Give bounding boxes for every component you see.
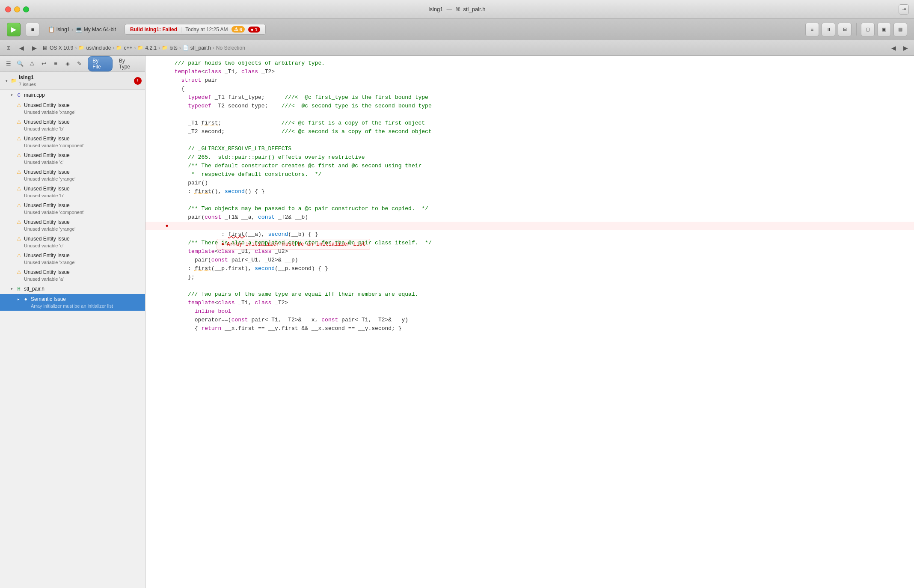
disclosure-ising1[interactable] — [3, 77, 9, 85]
scheme-arrow: › — [71, 26, 73, 33]
issue-semantic[interactable]: ● Semantic Issue Array initializer must … — [0, 294, 145, 311]
breadcrumb-version[interactable]: 📁 4.2.1 — [137, 45, 157, 51]
warning-count: 6 — [240, 27, 242, 32]
issue-b2[interactable]: ⚠ Unused Entity Issue Unused variable 'b… — [0, 184, 145, 200]
navigator-btn[interactable]: ≡ — [805, 23, 819, 36]
view-controls: ≡ ⏸ ⊞ ▢ ▣ ▤ — [805, 23, 907, 36]
nav-grid-btn[interactable]: ⊞ — [3, 43, 14, 53]
line-2: template<class _T1, class _T2> — [171, 68, 914, 76]
nav-back-btn[interactable]: ◀ — [16, 43, 27, 53]
breadcrumb-file[interactable]: 📄 stl_pair.h — [183, 45, 211, 51]
warning-icon-5: ⚠ — [15, 168, 22, 176]
build-status: Build ising1: Failed | Today at 12:25 AM… — [125, 24, 265, 35]
sidebar-icon-btn6[interactable]: ◈ — [62, 59, 73, 69]
nav-prev-issue[interactable]: ◀ — [888, 43, 899, 53]
disclosure-main-cpp[interactable] — [9, 91, 15, 99]
code-line-14: * respective default constructors. */ — [145, 170, 914, 179]
assistant-btn[interactable]: ⊞ — [838, 23, 852, 36]
gutter-5 — [145, 93, 163, 102]
issue-content-2: Unused Entity Issue Unused variable 'b' — [24, 118, 142, 132]
issue-content-6: Unused Entity Issue Unused variable 'b' — [24, 185, 142, 199]
line-27 — [171, 282, 914, 290]
breadcrumb-usr[interactable]: 📁 usr/include — [78, 45, 111, 51]
minimize-button[interactable] — [14, 6, 20, 12]
sep3: › — [134, 45, 136, 51]
play-button[interactable]: ▶ — [7, 23, 21, 36]
issue-xrange1[interactable]: ⚠ Unused Entity Issue Unused variable 'x… — [0, 100, 145, 117]
line-14: * respective default constructors. */ — [171, 170, 914, 179]
issue-c2[interactable]: ⚠ Unused Entity Issue Unused variable 'c… — [0, 234, 145, 250]
disclosure-stl-pair[interactable] — [9, 285, 15, 293]
sidebar-icon-btn5[interactable]: ≡ — [50, 59, 61, 69]
marker-25 — [163, 264, 171, 273]
file-main-cpp[interactable]: C main.cpp — [0, 90, 145, 100]
code-line-12: // 265. std::pair::pair() effects overly… — [145, 153, 914, 162]
sidebar-icon-btn4[interactable]: ↩ — [39, 59, 49, 69]
breadcrumb-os[interactable]: 🖥 OS X 10.9 — [42, 45, 73, 51]
sidebar-icon-btn2[interactable]: 🔍 — [15, 59, 26, 69]
layout-btn3[interactable]: ▤ — [893, 23, 907, 36]
marker-29 — [163, 299, 171, 307]
breadcrumb-bits[interactable]: 📁 bits — [162, 45, 178, 51]
close-button[interactable] — [5, 6, 11, 12]
sidebar-icon-btn1[interactable]: ☰ — [3, 59, 14, 69]
code-line-8: _T1 first; ///< @c first is a copy of th… — [145, 119, 914, 128]
code-area[interactable]: /// pair holds two objects of arbitrary … — [145, 56, 914, 588]
issue-c1[interactable]: ⚠ Unused Entity Issue Unused variable 'c… — [0, 150, 145, 167]
sidebar-icon-btn3[interactable]: ⚠ — [27, 59, 37, 69]
marker-12 — [163, 153, 171, 162]
gutter-19 — [145, 213, 163, 222]
layout-btn1[interactable]: ▢ — [861, 23, 875, 36]
gutter-15 — [145, 179, 163, 187]
issue-a[interactable]: ⚠ Unused Entity Issue Unused variable 'a… — [0, 267, 145, 284]
line-24: pair(const pair<_U1, _U2>& __p) — [171, 256, 914, 264]
comment-3: ///< @c second_type is the second bound … — [282, 103, 432, 109]
line-28: /// Two pairs of the same type are equal… — [171, 290, 914, 299]
issue-component1[interactable]: ⚠ Unused Entity Issue Unused variable 'c… — [0, 134, 145, 150]
kw-typedef2: typedef — [188, 103, 211, 109]
warning-icon-6: ⚠ — [15, 185, 22, 193]
sidebar-icon-btn7[interactable]: ✎ — [74, 59, 85, 69]
line-7 — [171, 110, 914, 119]
code-line-30: inline bool — [145, 307, 914, 316]
issue-yrange1[interactable]: ⚠ Unused Entity Issue Unused variable 'y… — [0, 167, 145, 184]
filter-tab-by-type[interactable]: By Type — [114, 56, 142, 71]
code-line-28: /// Two pairs of the same type are equal… — [145, 290, 914, 299]
issue-b1[interactable]: ⚠ Unused Entity Issue Unused variable 'b… — [0, 117, 145, 134]
issue-desc-1: Unused variable 'xrange' — [24, 109, 142, 116]
marker-24 — [163, 256, 171, 264]
issue-xrange2[interactable]: ⚠ Unused Entity Issue Unused variable 'x… — [0, 250, 145, 267]
line-8: _T1 first; ///< @c first is a copy of th… — [171, 119, 914, 128]
nav-forward-btn[interactable]: ▶ — [29, 43, 39, 53]
breadcrumb-selection[interactable]: No Selection — [216, 45, 245, 51]
traffic-lights — [5, 6, 29, 12]
stop-button[interactable]: ■ — [26, 23, 39, 36]
expand-button[interactable]: ⇥ — [899, 4, 909, 15]
os-icon: 🖥 — [42, 45, 48, 51]
code-line-27 — [145, 282, 914, 290]
kw-return: return — [201, 325, 221, 332]
line-6: typedef _T2 second_type; ///< @c second_… — [171, 102, 914, 110]
issue-component2[interactable]: ⚠ Unused Entity Issue Unused variable 'c… — [0, 200, 145, 217]
code-line-16: : first(), second() { } — [145, 187, 914, 196]
breadcrumb-cpp[interactable]: 📁 c++ — [116, 45, 132, 51]
gutter-25 — [145, 264, 163, 273]
disclosure-semantic[interactable] — [15, 295, 21, 303]
layout-btn2[interactable]: ▣ — [877, 23, 891, 36]
file-stl-pair[interactable]: H stl_pair.h — [0, 284, 145, 294]
issue-yrange2[interactable]: ⚠ Unused Entity Issue Unused variable 'y… — [0, 217, 145, 234]
marker-10 — [163, 136, 171, 145]
debug-btn[interactable]: ⏸ — [822, 23, 835, 36]
group-ising1[interactable]: 📁 ising1 7 issues ! — [0, 72, 145, 90]
code-line-1: /// pair holds two objects of arbitrary … — [145, 59, 914, 68]
gutter-26 — [145, 273, 163, 282]
kw-template3: template — [188, 300, 214, 306]
scheme-name: ising1 — [56, 27, 70, 33]
icon-main-cpp: C — [15, 91, 22, 99]
gutter-27 — [145, 282, 163, 290]
maximize-button[interactable] — [23, 6, 29, 12]
nav-next-issue[interactable]: ▶ — [900, 43, 911, 53]
titlebar: ising1 — ⌘ stl_pair.h ⇥ — [0, 0, 914, 19]
scheme-selector[interactable]: 📋 ising1 › 💻 My Mac 64-bit — [48, 26, 116, 33]
filter-tab-by-file[interactable]: By File — [88, 56, 113, 71]
